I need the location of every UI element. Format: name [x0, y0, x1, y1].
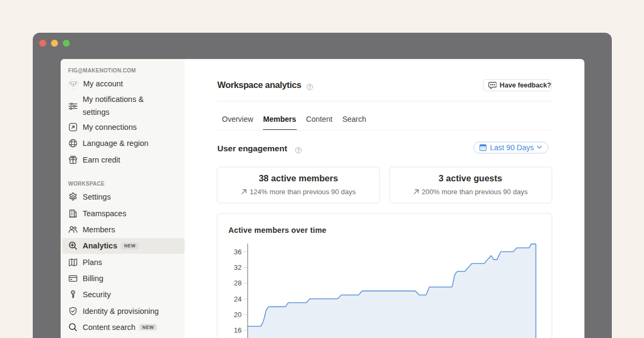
svg-text:24: 24 [234, 295, 241, 303]
svg-text:16: 16 [234, 326, 241, 334]
svg-text:32: 32 [234, 263, 241, 271]
svg-text:36: 36 [234, 248, 241, 256]
svg-text:20: 20 [234, 311, 241, 319]
svg-text:28: 28 [234, 279, 241, 287]
